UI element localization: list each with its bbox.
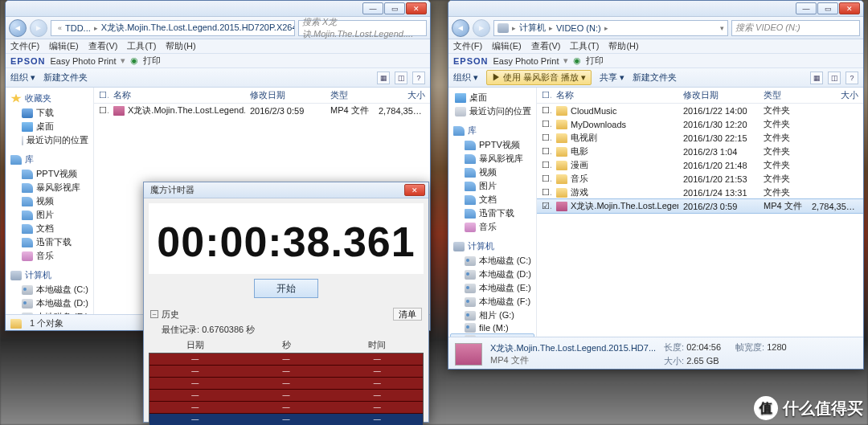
- history-header[interactable]: – 历史 清单: [144, 306, 428, 322]
- close-button[interactable]: ✕: [839, 2, 860, 14]
- nav-lib[interactable]: 音乐: [7, 249, 92, 263]
- menu-edit[interactable]: 编辑(E): [49, 40, 79, 52]
- nav-lib[interactable]: PPTV视频: [450, 138, 534, 152]
- preview-pane-button[interactable]: ◫: [395, 72, 407, 84]
- maximize-button[interactable]: ▭: [817, 2, 838, 14]
- print-label[interactable]: 打印: [143, 55, 161, 67]
- nav-drive[interactable]: file (M:): [450, 322, 534, 333]
- file-list[interactable]: ☐ 名称 修改日期 类型 大小 ☐CloudMusic2016/1/22 14:…: [537, 88, 863, 337]
- play-with-button[interactable]: ▶ 使用 暴风影音 播放 ▾: [486, 70, 592, 85]
- breadcrumb-seg[interactable]: TDD...: [65, 23, 91, 33]
- nav-pane[interactable]: 桌面 最近访问的位置 库 PPTV视频 暴风影视库 视频 图片 文档 迅雷下载 …: [448, 88, 537, 337]
- nav-downloads[interactable]: 下载: [7, 106, 92, 120]
- menu-tools[interactable]: 工具(T): [570, 40, 599, 52]
- column-headers[interactable]: ☐ 名称 修改日期 类型 大小: [537, 88, 863, 104]
- help-button[interactable]: ?: [412, 72, 425, 84]
- titlebar[interactable]: — ▭ ✕: [448, 1, 863, 17]
- close-button[interactable]: ✕: [406, 2, 427, 14]
- clear-button[interactable]: 清单: [393, 308, 422, 321]
- table-row[interactable]: ☐MyDownloads2016/1/30 12:20文件夹: [537, 117, 863, 131]
- libraries-head[interactable]: 库: [7, 152, 92, 167]
- nav-drive[interactable]: 相片 (G:): [450, 309, 534, 322]
- table-row[interactable]: ☐X龙诀.Mojin.The.Lost.Legend.2015.HD...201…: [94, 104, 430, 117]
- nav-drive[interactable]: 本地磁盘 (F:): [450, 295, 534, 309]
- breadcrumb-seg[interactable]: VIDEO (N:): [556, 23, 601, 33]
- new-folder-button[interactable]: 新建文件夹: [43, 72, 88, 84]
- table-row[interactable]: ☐电影2016/2/3 1:04文件夹: [537, 145, 863, 158]
- nav-drive-selected[interactable]: VIDEO (N:): [450, 333, 534, 337]
- titlebar[interactable]: — ▭ ✕: [6, 1, 430, 17]
- nav-lib[interactable]: 视频: [7, 194, 92, 208]
- search-input[interactable]: 搜索 VIDEO (N:): [731, 20, 860, 36]
- breadcrumb-seg[interactable]: 计算机: [519, 22, 546, 34]
- minimize-button[interactable]: —: [796, 2, 817, 14]
- nav-pane[interactable]: 收藏夹 下载 桌面 最近访问的位置 库 PPTV视频 暴风影视库 视频 图片 文…: [6, 88, 94, 314]
- search-input[interactable]: 搜索 X龙诀.Mojin.The.Lost.Legend....: [298, 20, 427, 36]
- table-row[interactable]: ☑X龙诀.Mojin.The.Lost.Legend.2015.HD...201…: [537, 199, 863, 213]
- print-label[interactable]: 打印: [586, 55, 604, 67]
- nav-lib[interactable]: 迅雷下载: [450, 206, 534, 220]
- computer-head[interactable]: 计算机: [450, 239, 534, 254]
- nav-lib[interactable]: 文档: [450, 193, 534, 206]
- organize-button[interactable]: 组织 ▾: [10, 72, 35, 84]
- organize-button[interactable]: 组织 ▾: [453, 72, 478, 84]
- libraries-head[interactable]: 库: [450, 123, 534, 138]
- menu-help[interactable]: 帮助(H): [608, 40, 638, 52]
- back-button[interactable]: ◄: [9, 19, 27, 37]
- nav-drive[interactable]: 本地磁盘 (D:): [7, 296, 92, 310]
- nav-lib[interactable]: 暴风影视库: [450, 152, 534, 166]
- table-row[interactable]: ☐电视剧2016/1/30 22:15文件夹: [537, 131, 863, 145]
- share-button[interactable]: 共享 ▾: [600, 72, 624, 84]
- epson-app[interactable]: Easy Photo Print: [493, 56, 559, 66]
- view-button[interactable]: ▦: [377, 72, 390, 84]
- address-bar[interactable]: ▸ 计算机 ▸ VIDEO (N:) ▸ ▾: [493, 20, 728, 36]
- help-button[interactable]: ?: [845, 72, 858, 84]
- nav-lib[interactable]: 音乐: [450, 220, 534, 234]
- maximize-button[interactable]: ▭: [384, 2, 405, 14]
- column-headers[interactable]: ☐ 名称 修改日期 类型 大小: [94, 88, 430, 104]
- table-row[interactable]: ☐CloudMusic2016/1/22 14:00文件夹: [537, 104, 863, 117]
- nav-desktop[interactable]: 桌面: [7, 120, 92, 133]
- nav-drive[interactable]: 本地磁盘 (C:): [450, 254, 534, 268]
- table-row[interactable]: ☐漫画2016/1/20 21:48文件夹: [537, 158, 863, 172]
- nav-desktop[interactable]: 桌面: [450, 91, 534, 104]
- computer-head[interactable]: 计算机: [7, 268, 92, 283]
- forward-button[interactable]: ►: [30, 19, 47, 37]
- nav-recent[interactable]: 最近访问的位置: [7, 133, 92, 147]
- nav-drive[interactable]: 本地磁盘 (E:): [7, 310, 92, 314]
- menu-edit[interactable]: 编辑(E): [492, 40, 522, 52]
- forward-button[interactable]: ►: [473, 19, 490, 37]
- nav-lib[interactable]: 图片: [7, 208, 92, 222]
- menu-file[interactable]: 文件(F): [453, 40, 482, 52]
- print-icon[interactable]: ◉: [573, 55, 581, 66]
- menu-help[interactable]: 帮助(H): [166, 40, 195, 52]
- nav-lib[interactable]: PPTV视频: [7, 167, 92, 181]
- nav-lib[interactable]: 迅雷下载: [7, 235, 92, 249]
- epson-app[interactable]: Easy Photo Print: [51, 56, 117, 66]
- table-row[interactable]: ☐音乐2016/1/20 21:53文件夹: [537, 172, 863, 186]
- nav-recent[interactable]: 最近访问的位置: [450, 104, 534, 118]
- new-folder-button[interactable]: 新建文件夹: [633, 72, 677, 84]
- nav-drive[interactable]: 本地磁盘 (D:): [450, 268, 534, 281]
- view-button[interactable]: ▦: [810, 72, 823, 84]
- nav-drive[interactable]: 本地磁盘 (C:): [7, 283, 92, 296]
- collapse-icon[interactable]: –: [150, 310, 158, 318]
- favorites-head[interactable]: 收藏夹: [7, 91, 92, 106]
- minimize-button[interactable]: —: [362, 2, 383, 14]
- address-bar[interactable]: « TDD... ▸ X龙诀.Mojin.The.Lost.Legend.201…: [51, 20, 295, 36]
- nav-lib[interactable]: 图片: [450, 179, 534, 193]
- preview-pane-button[interactable]: ◫: [828, 72, 841, 84]
- nav-lib[interactable]: 文档: [7, 222, 92, 235]
- print-icon[interactable]: ◉: [130, 55, 138, 66]
- menu-view[interactable]: 查看(V): [88, 40, 118, 52]
- menu-view[interactable]: 查看(V): [531, 40, 561, 52]
- menu-tools[interactable]: 工具(T): [127, 40, 156, 52]
- breadcrumb-seg[interactable]: X龙诀.Mojin.The.Lost.Legend.2015.HD720P.X2…: [101, 22, 295, 34]
- nav-drive[interactable]: 本地磁盘 (E:): [450, 281, 534, 295]
- back-button[interactable]: ◄: [452, 19, 469, 37]
- menu-file[interactable]: 文件(F): [10, 40, 39, 52]
- table-row[interactable]: ☐游戏2016/1/24 13:31文件夹: [537, 186, 863, 199]
- titlebar[interactable]: 魔方计时器 ✕: [144, 182, 428, 198]
- nav-lib[interactable]: 暴风影视库: [7, 181, 92, 194]
- nav-lib[interactable]: 视频: [450, 166, 534, 179]
